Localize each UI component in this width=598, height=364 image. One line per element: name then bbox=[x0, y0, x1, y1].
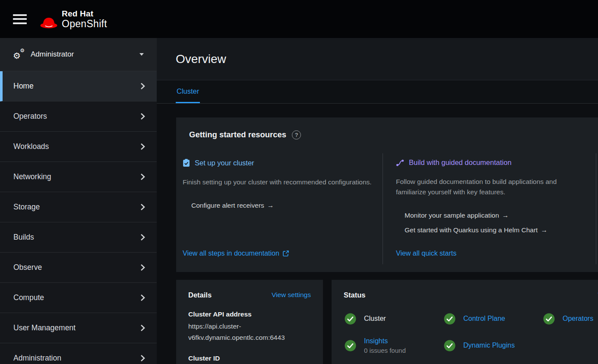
clipboard-check-icon bbox=[183, 158, 190, 167]
redhat-openshift-logo: Red Hat OpenShift bbox=[40, 9, 107, 29]
status-item-cluster: Cluster bbox=[345, 309, 444, 329]
column-description: Finish setting up your cluster with reco… bbox=[183, 177, 375, 187]
status-item-text: Insights0 issues found bbox=[364, 337, 406, 354]
question-circle-icon[interactable]: ? bbox=[292, 130, 301, 139]
details-card-header: Details View settings bbox=[188, 291, 311, 299]
status-item-insights: Insights0 issues found bbox=[345, 336, 444, 355]
status-card: Status View alerts ClusterControl PlaneO… bbox=[332, 280, 598, 364]
perspective-switcher[interactable]: ⚙ ⚙ Administrator bbox=[0, 38, 157, 71]
view-settings-link[interactable]: View settings bbox=[272, 291, 311, 299]
status-item-control-plane: Control Plane bbox=[444, 309, 543, 329]
column-title: Set up your cluster bbox=[195, 159, 254, 167]
sidebar-item-label: User Management bbox=[13, 323, 76, 332]
status-card-header: Status View alerts bbox=[344, 291, 598, 299]
detail-field-label-cluster-id: Cluster ID bbox=[188, 355, 311, 362]
check-circle-icon bbox=[444, 313, 456, 325]
chevron-right-icon bbox=[140, 203, 145, 211]
column-description: Follow guided documentation to build app… bbox=[396, 177, 588, 197]
brand-text: Red Hat OpenShift bbox=[62, 9, 107, 29]
sidebar: ⚙ ⚙ Administrator HomeOperatorsWorkloads… bbox=[0, 38, 157, 364]
status-item-dynamic-plugins: Dynamic Plugins bbox=[444, 336, 543, 355]
status-item-text: Cluster bbox=[364, 315, 386, 323]
detail-field-label-cluster-api-address: Cluster API address bbox=[188, 310, 311, 318]
sidebar-item-administration[interactable]: Administration bbox=[0, 343, 157, 364]
sidebar-item-label: Storage bbox=[13, 203, 40, 212]
status-label-insights[interactable]: Insights bbox=[364, 337, 406, 345]
perspective-label: Administrator bbox=[31, 50, 74, 59]
chevron-right-icon bbox=[140, 113, 145, 120]
sidebar-item-label: Administration bbox=[13, 354, 61, 363]
sidebar-item-observe[interactable]: Observe bbox=[0, 253, 157, 283]
column-title: Build with guided documentation bbox=[409, 158, 512, 167]
details-card-title: Details bbox=[188, 291, 212, 299]
check-circle-icon bbox=[444, 340, 456, 351]
sidebar-item-label: Networking bbox=[13, 172, 51, 181]
getting-started-columns: Set up your clusterFinish setting up you… bbox=[183, 153, 596, 264]
masthead: Red Hat OpenShift bbox=[0, 0, 598, 38]
caret-down-icon bbox=[139, 53, 144, 56]
sidebar-item-operators[interactable]: Operators bbox=[0, 101, 157, 132]
chevron-right-icon bbox=[140, 324, 145, 332]
page-title: Overview bbox=[176, 52, 226, 66]
cogs-icon: ⚙ ⚙ bbox=[13, 49, 25, 60]
getting-started-card: Getting started resources ? Set up your … bbox=[176, 117, 598, 272]
chevron-right-icon bbox=[140, 355, 145, 362]
column-title-link[interactable]: Build with guided documentation bbox=[396, 158, 596, 167]
footer-link-label: View all quick starts bbox=[396, 250, 456, 257]
chevron-right-icon bbox=[140, 143, 145, 150]
sidebar-item-user-management[interactable]: User Management bbox=[0, 313, 157, 343]
page-header: Overview bbox=[157, 38, 598, 80]
status-item-text: Control Plane bbox=[463, 315, 505, 323]
check-circle-icon bbox=[345, 313, 356, 325]
sidebar-item-home[interactable]: Home bbox=[0, 71, 157, 101]
getting-started-column-build-with-guided-documentation: Build with guided documentationFollow gu… bbox=[383, 153, 596, 264]
chevron-right-icon bbox=[140, 173, 145, 180]
quick-start-links: Configure alert receivers→ bbox=[191, 202, 383, 209]
chevron-right-icon bbox=[140, 234, 145, 241]
main-content: Overview Cluster Getting started resourc… bbox=[157, 38, 598, 364]
status-item-text: Dynamic Plugins bbox=[463, 342, 515, 349]
getting-started-header: Getting started resources ? bbox=[176, 117, 598, 139]
nav-toggle-button[interactable] bbox=[13, 14, 27, 24]
brand-line1: Red Hat bbox=[62, 9, 107, 18]
arrow-right-icon: → bbox=[502, 212, 509, 219]
sidebar-item-workloads[interactable]: Workloads bbox=[0, 132, 157, 162]
details-card: Details View settings Cluster API addres… bbox=[176, 280, 323, 364]
status-label-operators[interactable]: Operators bbox=[563, 315, 593, 323]
details-fields: Cluster API addresshttps://api.cluster-v… bbox=[188, 310, 311, 362]
sidebar-item-storage[interactable]: Storage bbox=[0, 192, 157, 222]
status-label-control-plane[interactable]: Control Plane bbox=[463, 315, 505, 323]
tab-cluster[interactable]: Cluster bbox=[176, 80, 200, 103]
status-label-dynamic-plugins[interactable]: Dynamic Plugins bbox=[463, 342, 515, 349]
chevron-right-icon bbox=[140, 82, 145, 90]
column-footer-link-view-all-steps-in-documentation[interactable]: View all steps in documentation bbox=[183, 250, 289, 257]
quick-start-links: Monitor your sample application→Get star… bbox=[405, 212, 596, 234]
sidebar-item-compute[interactable]: Compute bbox=[0, 283, 157, 313]
status-item-operators: Operators bbox=[543, 309, 598, 329]
sidebar-item-label: Compute bbox=[13, 293, 44, 302]
check-circle-icon bbox=[543, 313, 555, 325]
check-circle-icon bbox=[345, 340, 356, 351]
column-title-link[interactable]: Set up your cluster bbox=[183, 158, 383, 167]
sidebar-nav-list: HomeOperatorsWorkloadsNetworkingStorageB… bbox=[0, 71, 157, 364]
status-grid: ClusterControl PlaneOperatorsInsights0 i… bbox=[345, 309, 598, 355]
quick-start-link-configure-alert-receivers[interactable]: Configure alert receivers→ bbox=[191, 202, 383, 209]
getting-started-title: Getting started resources bbox=[189, 130, 286, 139]
status-sub-text: 0 issues found bbox=[364, 347, 406, 354]
status-label-cluster: Cluster bbox=[364, 315, 386, 323]
route-icon bbox=[396, 159, 404, 167]
chevron-right-icon bbox=[140, 294, 145, 301]
sidebar-item-label: Home bbox=[13, 82, 34, 91]
brand-line2: OpenShift bbox=[62, 19, 107, 29]
sidebar-item-label: Builds bbox=[13, 233, 34, 242]
tab-bar: Cluster bbox=[157, 80, 598, 104]
column-footer-link-view-all-quick-starts[interactable]: View all quick starts bbox=[396, 250, 456, 257]
arrow-right-icon: → bbox=[541, 226, 547, 234]
getting-started-column-set-up-your-cluster: Set up your clusterFinish setting up you… bbox=[183, 153, 383, 264]
quick-start-link-monitor-your-sample-application[interactable]: Monitor your sample application→ bbox=[405, 212, 596, 219]
quick-start-link-get-started-with-quarkus-using-a-helm-chart[interactable]: Get started with Quarkus using a Helm Ch… bbox=[405, 226, 596, 234]
sidebar-item-builds[interactable]: Builds bbox=[0, 222, 157, 253]
sidebar-item-networking[interactable]: Networking bbox=[0, 162, 157, 192]
footer-link-label: View all steps in documentation bbox=[183, 250, 279, 257]
arrow-right-icon: → bbox=[267, 202, 274, 209]
